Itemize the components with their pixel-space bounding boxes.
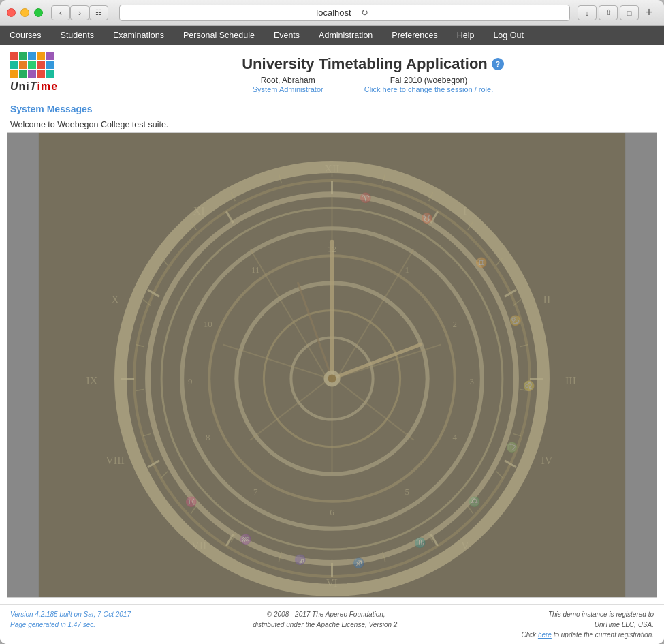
footer-left: Version 4.2.185 built on Sat, 7 Oct 2017… [10,609,131,630]
logo-cell [28,61,36,69]
svg-text:5: 5 [405,487,409,497]
session-link[interactable]: Click here to change the session / role. [364,85,494,93]
logo-cell [46,61,54,69]
svg-text:I: I [463,205,467,217]
svg-text:♑: ♑ [294,554,306,566]
new-tab-button[interactable]: + [641,5,657,20]
logo-cell [37,70,45,78]
svg-text:♒: ♒ [240,534,252,545]
logo-cell [19,61,27,69]
svg-text:♈: ♈ [360,192,372,204]
logo-cell [37,61,45,69]
nav-item-administration[interactable]: Administration [309,26,382,45]
logo-cell [19,70,27,78]
nav-menu: Courses Students Examinations Personal S… [0,26,664,45]
nav-item-examinations[interactable]: Examinations [104,26,174,45]
fullscreen-button[interactable]: □ [620,5,639,20]
logo-text: UniTime [10,80,58,93]
svg-text:IV: IV [541,455,553,466]
reload-button[interactable]: ↻ [357,5,373,20]
nav-item-personal-schedule[interactable]: Personal Schedule [174,26,264,45]
svg-text:♊: ♊ [475,257,488,269]
logo-cell [19,52,27,60]
nav-item-logout[interactable]: Log Out [484,26,533,45]
logo-cell [10,61,18,69]
session-name: Fal 2010 (woebegon) [364,76,494,85]
nav-item-help[interactable]: Help [447,26,484,45]
footer-copyright2: distributed under the Apache License, Ve… [253,619,399,630]
svg-text:7: 7 [253,487,258,497]
download-button[interactable]: ↓ [578,5,597,20]
svg-point-26 [328,375,336,383]
svg-text:♓: ♓ [185,496,197,508]
svg-text:VI: VI [326,577,338,589]
page-content: Courses Students Examinations Personal S… [0,26,664,644]
svg-text:♍: ♍ [506,442,518,453]
svg-text:II: II [543,294,551,305]
app-title: University Timetabling Application ? [92,55,654,73]
footer-generated: Page generated in 1.47 sec. [10,619,131,630]
logo-cell [10,70,18,78]
svg-text:1: 1 [405,264,409,275]
app-title-area: University Timetabling Application ? Roo… [92,52,654,93]
system-messages-title: System Messages [10,104,654,114]
nav-item-events[interactable]: Events [264,26,309,45]
background-image-area: XII I II III IV V VI VII VIII IX X XI [7,132,657,598]
logo-grid [10,52,54,78]
svg-text:♉: ♉ [421,213,433,224]
maximize-button[interactable] [34,8,43,17]
sidebar-toggle-button[interactable]: ☷ [89,5,108,20]
svg-text:8: 8 [206,432,210,442]
svg-text:11: 11 [251,264,260,275]
footer-right: This demo instance is registered to UniT… [521,609,654,640]
svg-text:X: X [111,294,119,305]
svg-text:♐: ♐ [353,557,365,569]
svg-text:3: 3 [470,376,475,386]
footer-copyright1: © 2008 - 2017 The Apereo Foundation, [253,609,399,619]
share-button[interactable]: ⇧ [599,5,618,20]
footer-demo1: This demo instance is registered to [521,609,654,619]
minimize-button[interactable] [20,8,29,17]
close-button[interactable] [7,8,16,17]
svg-text:♎: ♎ [469,496,481,508]
svg-text:XI: XI [193,205,205,217]
forward-button[interactable]: › [70,5,89,20]
footer-demo3: Click here to update the current registr… [521,630,654,640]
footer-version: Version 4.2.185 built on Sat, 7 Oct 2017 [10,609,131,619]
svg-text:4: 4 [453,432,458,442]
footer-here-link[interactable]: here [538,631,552,639]
url-text: localhost [316,7,351,18]
logo-cell [37,52,45,60]
svg-text:2: 2 [453,319,458,329]
logo-cell [10,52,18,60]
svg-text:10: 10 [204,319,212,329]
svg-text:9: 9 [188,376,193,386]
user-name: Root, Abraham [253,76,323,85]
address-bar[interactable]: localhost ↻ [119,5,570,21]
back-button[interactable]: ‹ [51,5,70,20]
user-info: Root, Abraham System Administrator [253,76,323,93]
session-info: Fal 2010 (woebegon) Click here to change… [364,76,494,93]
svg-text:VIII: VIII [106,455,125,466]
logo-cell [46,70,54,78]
logo-cell [28,70,36,78]
svg-text:III: III [565,375,576,386]
svg-text:IX: IX [86,375,98,386]
help-icon[interactable]: ? [492,58,504,70]
clock-svg: XII I II III IV V VI VII VIII IX X XI [7,133,657,597]
svg-text:♋: ♋ [509,315,522,326]
main-content: UniTime University Timetabling Applicati… [0,45,664,644]
header-divider [10,102,654,102]
svg-text:12: 12 [328,244,336,254]
system-messages-section: System Messages Welcome to Woebegon Coll… [0,104,664,132]
user-role: System Administrator [253,85,323,93]
title-bar: ‹ › ☷ localhost ↻ ↓ ⇧ □ + [0,0,664,26]
svg-text:VII: VII [191,540,206,551]
nav-item-preferences[interactable]: Preferences [382,26,447,45]
nav-item-courses[interactable]: Courses [0,26,51,45]
footer-demo2: UniTime LLC, USA. [521,619,654,630]
svg-text:V: V [461,540,469,551]
logo-cell [28,52,36,60]
nav-item-students[interactable]: Students [51,26,104,45]
logo-area: UniTime [10,52,92,93]
